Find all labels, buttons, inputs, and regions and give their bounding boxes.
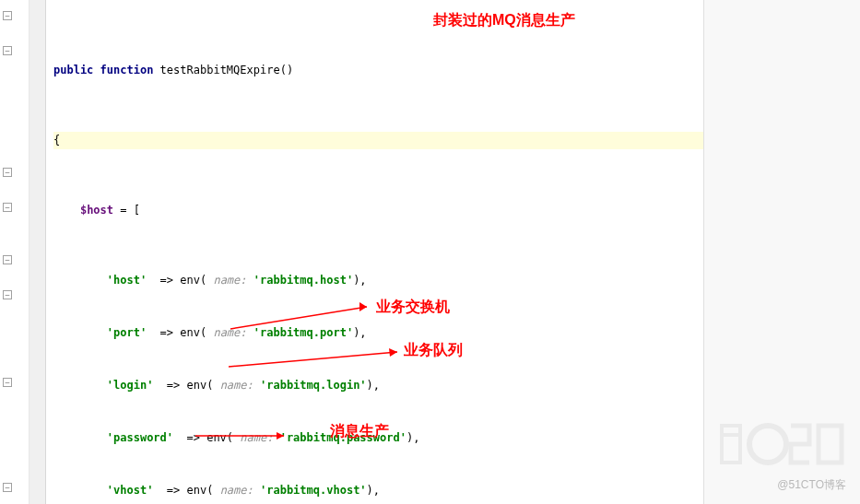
code-line: { <box>53 132 703 149</box>
annotation-top: 封装过的MQ消息生产 <box>433 11 575 30</box>
fold-marker-icon[interactable]: − <box>3 11 12 20</box>
fold-marker-icon[interactable]: − <box>3 378 12 387</box>
annotation-queue: 业务队列 <box>404 341 463 360</box>
fold-marker-icon[interactable]: − <box>3 290 12 299</box>
code-line: 'login' => env( name: 'rabbitmq.login'), <box>53 377 703 394</box>
fold-marker-icon[interactable]: − <box>3 203 12 212</box>
fold-marker-icon[interactable]: − <box>3 168 12 177</box>
line-gutter: − − − − − − − − <box>0 0 29 504</box>
code-line: 'vhost' => env( name: 'rabbitmq.vhost'), <box>53 482 703 499</box>
code-line: 'host' => env( name: 'rabbitmq.host'), <box>53 272 703 289</box>
right-panel <box>703 0 860 504</box>
watermark-text: @51CTO博客 <box>777 477 846 493</box>
fold-gutter <box>29 0 46 504</box>
editor-container: − − − − − − − − public function testRabb… <box>0 0 860 504</box>
code-line: public function testRabbitMQExpire() <box>53 62 703 79</box>
annotation-publish: 消息生产 <box>330 422 389 441</box>
code-line: $host = [ <box>53 202 703 219</box>
code-line: 'port' => env( name: 'rabbitmq.port'), <box>53 324 703 342</box>
fold-marker-icon[interactable]: − <box>3 46 12 55</box>
annotation-exchange: 业务交换机 <box>376 298 450 317</box>
fold-marker-icon[interactable]: − <box>3 483 12 492</box>
fold-marker-icon[interactable]: − <box>3 255 12 264</box>
